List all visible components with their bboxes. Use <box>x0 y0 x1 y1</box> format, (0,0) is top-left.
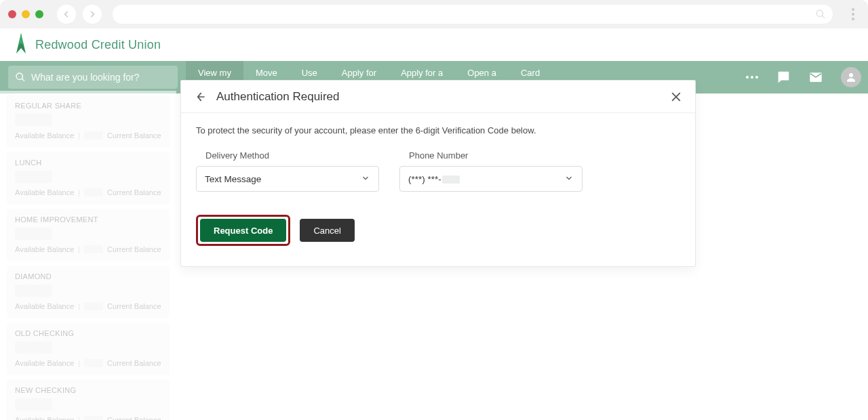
address-bar[interactable] <box>113 5 833 24</box>
window-zoom-icon[interactable] <box>35 10 43 18</box>
account-balance-line: Available Balance|Current Balance <box>15 416 161 420</box>
redacted-amount <box>15 398 52 411</box>
browser-menu-button[interactable] <box>846 8 860 20</box>
browser-chrome <box>0 0 868 28</box>
account-card[interactable]: REGULAR SHARE Available Balance|Current … <box>7 95 170 148</box>
window-close-icon[interactable] <box>8 10 16 18</box>
chevron-down-icon <box>361 173 370 185</box>
account-card[interactable]: DIAMOND Available Balance|Current Balanc… <box>7 266 170 318</box>
account-card[interactable]: HOME IMPROVEMENT Available Balance|Curre… <box>7 209 170 261</box>
mail-icon[interactable] <box>808 70 823 85</box>
modal-back-button[interactable] <box>193 90 207 104</box>
brand-header: Redwood Credit Union <box>0 28 868 61</box>
browser-forward-button[interactable] <box>83 5 102 24</box>
redacted-amount <box>15 228 52 240</box>
brand-name: Redwood Credit Union <box>35 38 161 52</box>
redacted-amount <box>15 171 52 183</box>
account-title: OLD CHECKING <box>15 329 161 337</box>
redacted-amount <box>15 285 52 297</box>
account-balance-line: Available Balance|Current Balance <box>15 188 161 196</box>
request-code-highlight: Request Code <box>196 215 290 246</box>
account-card[interactable]: LUNCH Available Balance|Current Balance <box>7 152 170 205</box>
auth-modal: Authentication Required To protect the s… <box>180 80 696 267</box>
chat-icon[interactable] <box>776 70 791 85</box>
chevron-down-icon <box>564 173 574 185</box>
accounts-sidebar: REGULAR SHARE Available Balance|Current … <box>0 91 176 420</box>
phone-number-select[interactable]: (***) ***- <box>399 166 583 192</box>
profile-avatar[interactable] <box>841 67 861 87</box>
account-title: NEW CHECKING <box>15 386 161 394</box>
modal-close-button[interactable] <box>669 90 683 104</box>
request-code-button[interactable]: Request Code <box>200 219 286 242</box>
account-balance-line: Available Balance|Current Balance <box>15 131 161 140</box>
close-icon <box>669 90 683 104</box>
phone-number-label: Phone Number <box>399 150 583 161</box>
redacted-amount <box>15 114 52 126</box>
modal-description: To protect the security of your account,… <box>196 125 680 135</box>
modal-header: Authentication Required <box>181 81 695 113</box>
account-title: HOME IMPROVEMENT <box>15 215 161 224</box>
nav-more-button[interactable] <box>746 76 758 79</box>
logo-icon <box>14 33 28 56</box>
redacted-phone-suffix <box>442 175 460 184</box>
nav-search-input[interactable] <box>31 72 171 83</box>
account-title: LUNCH <box>15 159 161 167</box>
delivery-method-value: Text Message <box>205 174 261 184</box>
account-balance-line: Available Balance|Current Balance <box>15 245 161 253</box>
delivery-method-select[interactable]: Text Message <box>196 166 379 192</box>
modal-title: Authentication Required <box>216 90 339 104</box>
search-icon <box>815 9 826 20</box>
account-title: REGULAR SHARE <box>15 102 161 110</box>
person-icon <box>845 71 857 83</box>
account-balance-line: Available Balance|Current Balance <box>15 302 161 310</box>
window-controls <box>8 10 43 18</box>
window-minimize-icon[interactable] <box>22 10 30 18</box>
svg-point-1 <box>849 73 853 77</box>
account-card[interactable]: NEW CHECKING Available Balance|Current B… <box>7 379 170 420</box>
account-card[interactable]: OLD CHECKING Available Balance|Current B… <box>7 322 170 375</box>
search-icon <box>15 72 26 83</box>
phone-number-value: (***) ***- <box>408 174 441 184</box>
brand-logo[interactable]: Redwood Credit Union <box>14 33 161 56</box>
browser-back-button[interactable] <box>57 5 76 24</box>
nav-search[interactable] <box>8 66 178 89</box>
delivery-method-label: Delivery Method <box>196 150 379 161</box>
redacted-amount <box>15 341 52 354</box>
account-title: DIAMOND <box>15 272 161 280</box>
account-balance-line: Available Balance|Current Balance <box>15 359 161 367</box>
cancel-button[interactable]: Cancel <box>300 219 354 242</box>
